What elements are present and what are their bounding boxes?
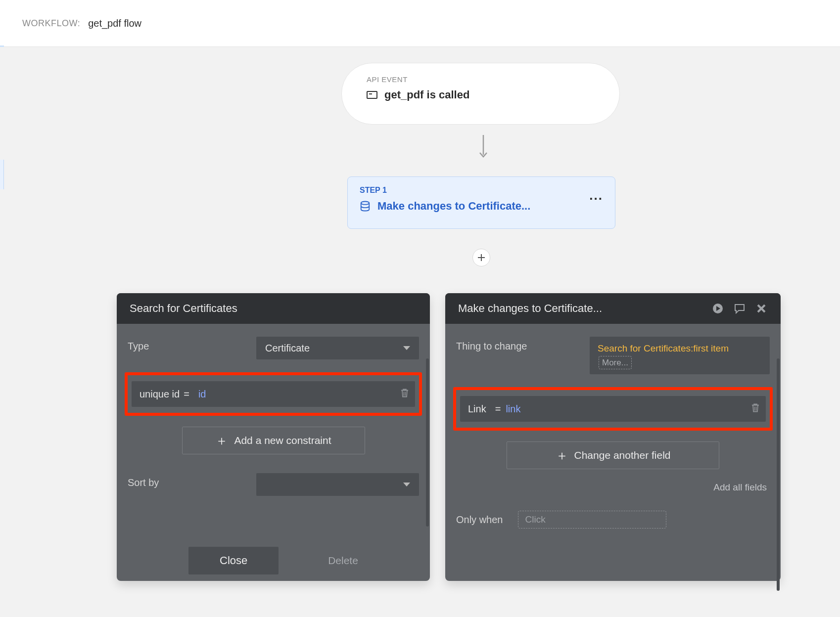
workflow-name: get_pdf flow	[88, 18, 141, 29]
close-icon[interactable]	[755, 302, 768, 315]
more-pill[interactable]: More...	[599, 356, 632, 370]
api-event-node[interactable]: API EVENT get_pdf is called	[341, 63, 620, 125]
more-options-icon[interactable]: ...	[589, 188, 603, 203]
sortby-label: Sort by	[128, 473, 256, 488]
add-step-button[interactable]	[472, 249, 490, 266]
type-row: Type Certificate	[128, 337, 419, 359]
workflow-step-node[interactable]: STEP 1 Make changes to Certificate... ..…	[347, 176, 615, 229]
plus-icon: ＋	[215, 434, 228, 447]
event-title: get_pdf is called	[384, 88, 469, 101]
field-operator: =	[495, 403, 501, 415]
only-when-click[interactable]: Click	[518, 511, 666, 529]
search-panel-title: Search for Certificates	[130, 302, 237, 315]
type-dropdown[interactable]: Certificate	[256, 337, 419, 359]
chevron-down-icon	[403, 483, 410, 486]
delete-button[interactable]: Delete	[328, 555, 358, 567]
edge-indicator	[0, 45, 4, 47]
constraint-highlight: unique id = id	[125, 372, 422, 416]
only-when-row: Only when Click	[456, 511, 770, 529]
field-name: Link	[468, 403, 486, 415]
trash-icon[interactable]	[400, 388, 409, 400]
workflow-label: WORKFLOW:	[22, 18, 80, 29]
change-panel-header[interactable]: Make changes to Certificate...	[445, 293, 781, 324]
scrollbar[interactable]	[426, 358, 429, 527]
step-title: Make changes to Certificate...	[377, 200, 530, 213]
close-button[interactable]: Close	[188, 547, 279, 574]
play-icon[interactable]	[711, 302, 724, 315]
search-panel: Search for Certificates Type Certificate…	[117, 293, 430, 581]
database-icon	[360, 201, 371, 212]
constraint-value: id	[198, 389, 206, 400]
sortby-row: Sort by	[128, 473, 419, 496]
change-panel-title: Make changes to Certificate...	[458, 302, 602, 315]
plus-icon	[477, 254, 485, 262]
plus-icon: ＋	[556, 449, 568, 462]
change-another-label: Change another field	[574, 449, 671, 461]
thing-label: Thing to change	[456, 337, 590, 352]
event-badge: API EVENT	[367, 75, 595, 84]
workflow-canvas: API EVENT get_pdf is called STEP 1 Make …	[0, 47, 840, 617]
field-value: link	[506, 403, 520, 415]
svg-point-1	[361, 201, 370, 204]
type-value: Certificate	[265, 343, 310, 354]
thing-expression: Search for Certificates:first item	[598, 343, 729, 353]
api-event-icon	[367, 91, 377, 99]
constraint-field: unique id	[140, 389, 180, 400]
constraint-row[interactable]: unique id = id	[132, 381, 415, 407]
edge-indicator	[0, 160, 4, 189]
arrow-down-icon	[479, 135, 488, 164]
thing-row: Thing to change Search for Certificates:…	[456, 337, 770, 374]
change-another-field-button[interactable]: ＋ Change another field	[507, 441, 719, 469]
only-when-label: Only when	[456, 514, 503, 526]
field-highlight: Link = link	[453, 387, 773, 431]
search-panel-footer: Close Delete	[117, 540, 430, 581]
chevron-down-icon	[403, 346, 410, 350]
thing-expression-box[interactable]: Search for Certificates:first itemMore..…	[590, 337, 770, 374]
workflow-header: WORKFLOW: get_pdf flow	[0, 0, 840, 47]
add-constraint-label: Add a new constraint	[234, 435, 331, 446]
field-row[interactable]: Link = link	[460, 396, 766, 422]
scrollbar[interactable]	[777, 358, 780, 591]
sortby-dropdown[interactable]	[256, 473, 419, 496]
constraint-operator: =	[184, 389, 189, 400]
type-label: Type	[128, 337, 256, 352]
change-panel: Make changes to Certificate... Thing to …	[445, 293, 781, 581]
add-all-fields-link[interactable]: Add all fields	[456, 482, 770, 493]
step-badge: STEP 1	[360, 186, 603, 195]
trash-icon[interactable]	[751, 403, 760, 415]
add-constraint-button[interactable]: ＋ Add a new constraint	[182, 427, 365, 454]
search-panel-header[interactable]: Search for Certificates	[117, 293, 430, 324]
comment-icon[interactable]	[733, 302, 746, 315]
